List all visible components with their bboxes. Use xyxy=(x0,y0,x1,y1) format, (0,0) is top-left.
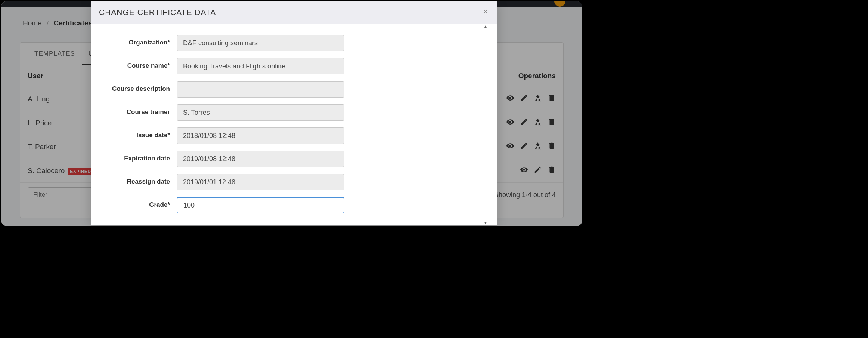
input-course-name[interactable] xyxy=(177,58,344,74)
label-grade: Grade* xyxy=(106,197,177,209)
close-button[interactable] xyxy=(482,8,489,16)
field-issue-date: Issue date* xyxy=(106,127,474,144)
close-icon xyxy=(482,8,489,15)
label-expiration-date: Expiration date xyxy=(106,151,177,162)
field-reassign-date: Reassign date xyxy=(106,174,474,190)
field-course-trainer: Course trainer xyxy=(106,104,474,121)
input-course-description[interactable] xyxy=(177,81,344,98)
field-organization: Organization* xyxy=(106,35,474,51)
modal-body: ▲ Organization* Course name* Course desc… xyxy=(91,24,497,225)
field-expiration-date: Expiration date xyxy=(106,151,474,167)
app-window: Home / Certificates TEMPLATES USERS User… xyxy=(1,1,582,226)
field-grade: Grade* xyxy=(106,197,474,213)
label-reassign-date: Reassign date xyxy=(106,174,177,185)
input-grade[interactable] xyxy=(177,197,344,213)
scroll-down-icon[interactable]: ▼ xyxy=(484,221,487,225)
modal-change-certificate: CHANGE CERTIFICATE DATA ▲ Organization* … xyxy=(91,1,497,225)
field-course-name: Course name* xyxy=(106,58,474,74)
label-issue-date: Issue date* xyxy=(106,127,177,139)
modal-header: CHANGE CERTIFICATE DATA xyxy=(91,1,497,24)
label-course-trainer: Course trainer xyxy=(106,104,177,116)
input-issue-date[interactable] xyxy=(177,127,344,144)
field-course-description: Course description xyxy=(106,81,474,98)
label-course-description: Course description xyxy=(106,81,177,93)
input-expiration-date[interactable] xyxy=(177,151,344,167)
modal-title: CHANGE CERTIFICATE DATA xyxy=(99,8,216,17)
input-reassign-date[interactable] xyxy=(177,174,344,190)
modal-scroll[interactable]: Organization* Course name* Course descri… xyxy=(91,24,489,225)
label-organization: Organization* xyxy=(106,35,177,46)
input-organization[interactable] xyxy=(177,35,344,51)
label-course-name: Course name* xyxy=(106,58,177,70)
input-course-trainer[interactable] xyxy=(177,104,344,121)
